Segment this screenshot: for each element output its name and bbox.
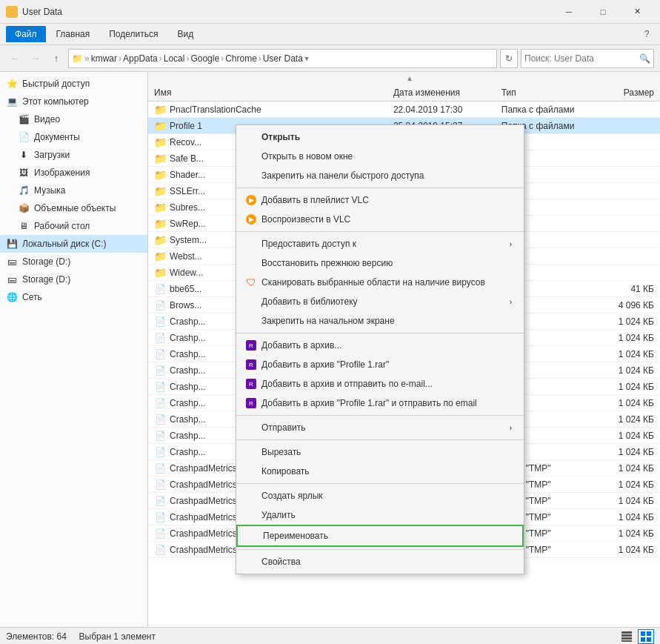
- back-button[interactable]: ←: [6, 50, 24, 67]
- sidebar-item-local-c[interactable]: 💾 Локальный диск (C:): [0, 235, 147, 253]
- ctx-label-11: Добавить в архив "Profile 1.rar": [261, 359, 389, 370]
- breadcrumb-userdata[interactable]: User Data: [263, 53, 303, 64]
- ctx-item-6[interactable]: Восстановить прежнюю версию: [236, 253, 524, 273]
- ctx-icon-17: [245, 490, 257, 502]
- sidebar-item-3d[interactable]: 📦 Объемные объекты: [0, 199, 147, 217]
- svg-rect-2: [621, 637, 632, 640]
- breadcrumb-local[interactable]: Local: [164, 53, 185, 64]
- ctx-item-11[interactable]: R Добавить в архив "Profile 1.rar": [236, 355, 524, 374]
- forward-button[interactable]: →: [27, 50, 44, 67]
- ctx-item-20[interactable]: Свойства: [236, 552, 524, 571]
- search-icon[interactable]: 🔍: [639, 53, 650, 64]
- tab-view[interactable]: Вид: [168, 26, 202, 42]
- sidebar-item-downloads[interactable]: ⬇ Загрузки: [0, 146, 147, 164]
- ctx-arrow-14: ›: [510, 424, 512, 432]
- col-header-type[interactable]: Тип: [501, 87, 595, 98]
- svg-rect-5: [647, 631, 651, 636]
- close-button[interactable]: ✕: [620, 0, 654, 24]
- file-name: Crashp...: [170, 316, 206, 327]
- ctx-label-13: Добавить в архив "Profile 1.rar" и отпра…: [261, 398, 477, 408]
- file-size: 1 024 КБ: [595, 398, 660, 408]
- file-size: 1 024 КБ: [595, 545, 660, 555]
- title-text: User Data: [22, 7, 62, 17]
- title-controls: ─ □ ✕: [552, 0, 654, 24]
- ctx-item-3[interactable]: ▶ Добавить в плейлист VLC: [236, 190, 524, 210]
- ctx-item-9[interactable]: Закрепить на начальном экране: [236, 311, 524, 331]
- breadcrumb-icon: 📁: [72, 53, 83, 64]
- ctx-item-14[interactable]: Отправить ›: [236, 418, 524, 437]
- file-name: Shader...: [170, 170, 205, 180]
- file-name: Profile 1: [170, 121, 202, 131]
- file-icon: 📄: [154, 511, 166, 523]
- ctx-item-7[interactable]: 🛡 Сканировать выбранные области на налич…: [236, 273, 524, 292]
- col-header-size[interactable]: Размер: [595, 87, 660, 98]
- ctx-item-10[interactable]: R Добавить в архив...: [236, 336, 524, 355]
- ctx-icon-16: [245, 465, 257, 477]
- ctx-item-13[interactable]: R Добавить в архив "Profile 1.rar" и отп…: [236, 394, 524, 413]
- up-button[interactable]: ↑: [47, 50, 65, 67]
- file-icon: 📄: [154, 381, 166, 393]
- ctx-icon-1: [245, 150, 257, 162]
- ctx-item-12[interactable]: R Добавить в архив и отправить по e-mail…: [236, 374, 524, 394]
- sidebar-item-images[interactable]: 🖼 Изображения: [0, 164, 147, 182]
- computer-icon: 💻: [6, 96, 18, 107]
- ctx-item-1[interactable]: Открыть в новом окне: [236, 147, 524, 166]
- svg-rect-6: [641, 637, 645, 642]
- col-header-date[interactable]: Дата изменения: [393, 87, 501, 98]
- tab-home[interactable]: Главная: [47, 26, 99, 42]
- sidebar-item-this-computer[interactable]: 💻 Этот компьютер: [0, 93, 147, 110]
- file-icon: 📁: [154, 267, 166, 279]
- view-details-btn[interactable]: [619, 629, 635, 644]
- file-icon: 📁: [154, 202, 166, 213]
- breadcrumb-kmwar[interactable]: kmwar: [91, 53, 117, 64]
- file-size: 1 024 КБ: [595, 382, 660, 392]
- ctx-item-2[interactable]: Закрепить на панели быстрого доступа: [236, 166, 524, 185]
- ctx-icon-10: R: [245, 339, 257, 351]
- tab-share[interactable]: Поделиться: [100, 26, 167, 42]
- sidebar-item-documents[interactable]: 📄 Документы: [0, 128, 147, 146]
- sidebar-item-storage-d2[interactable]: 🖴 Storage (D:): [0, 270, 147, 288]
- breadcrumb-appdata[interactable]: AppData: [123, 53, 158, 64]
- ctx-item-16[interactable]: Копировать: [236, 462, 524, 481]
- minimize-button[interactable]: ─: [552, 0, 586, 24]
- file-size: 4 096 КБ: [595, 300, 660, 311]
- ctx-arrow-8: ›: [510, 298, 512, 306]
- file-name: Webst...: [170, 251, 202, 262]
- ctx-arrow-5: ›: [510, 240, 512, 248]
- ctx-item-5[interactable]: Предоставить доступ к ›: [236, 234, 524, 253]
- refresh-button[interactable]: ↻: [500, 49, 518, 68]
- ctx-icon-5: [245, 238, 257, 250]
- col-header-name[interactable]: Имя: [148, 87, 393, 98]
- help-button[interactable]: ?: [639, 27, 654, 42]
- search-input[interactable]: [524, 53, 639, 64]
- breadcrumb-google[interactable]: Google: [190, 53, 219, 64]
- breadcrumb-chrome[interactable]: Chrome: [225, 53, 257, 64]
- file-name: Crashp...: [170, 447, 206, 457]
- file-icon: 📁: [154, 234, 166, 246]
- sidebar-item-storage-d[interactable]: 🖴 Storage (D:): [0, 253, 147, 270]
- file-size: 1 024 КБ: [595, 512, 660, 522]
- table-row[interactable]: 📁 PnaclTranslationCache 22.04.2019 17:30…: [148, 102, 660, 118]
- ctx-item-17[interactable]: Создать ярлык: [236, 486, 524, 505]
- ctx-item-0[interactable]: Открыть: [236, 127, 524, 147]
- view-list-btn[interactable]: [638, 629, 654, 644]
- svg-rect-7: [647, 637, 651, 642]
- ctx-item-4[interactable]: ▶ Воспроизвести в VLC: [236, 210, 524, 229]
- ctx-icon-11: R: [245, 359, 257, 371]
- file-name: Crashp...: [170, 414, 206, 425]
- tab-file[interactable]: Файл: [6, 26, 46, 42]
- ctx-item-8[interactable]: Добавить в библиотеку ›: [236, 292, 524, 311]
- ctx-label-3: Добавить в плейлист VLC: [261, 195, 369, 205]
- ctx-item-19[interactable]: Переименовать: [236, 525, 524, 547]
- file-icon: 📄: [154, 332, 166, 344]
- sidebar-item-network[interactable]: 🌐 Сеть: [0, 288, 147, 306]
- maximize-button[interactable]: □: [586, 0, 620, 24]
- sidebar-item-video[interactable]: 🎬 Видео: [0, 110, 147, 128]
- ctx-item-18[interactable]: Удалить: [236, 505, 524, 525]
- sidebar-item-desktop[interactable]: 🖥 Рабочий стол: [0, 217, 147, 235]
- star-icon: ⭐: [6, 78, 18, 90]
- ctx-item-15[interactable]: Вырезать: [236, 442, 524, 462]
- svg-rect-4: [641, 631, 645, 636]
- sidebar-item-music[interactable]: 🎵 Музыка: [0, 182, 147, 199]
- sidebar-item-quick-access[interactable]: ⭐ Быстрый доступ: [0, 75, 147, 93]
